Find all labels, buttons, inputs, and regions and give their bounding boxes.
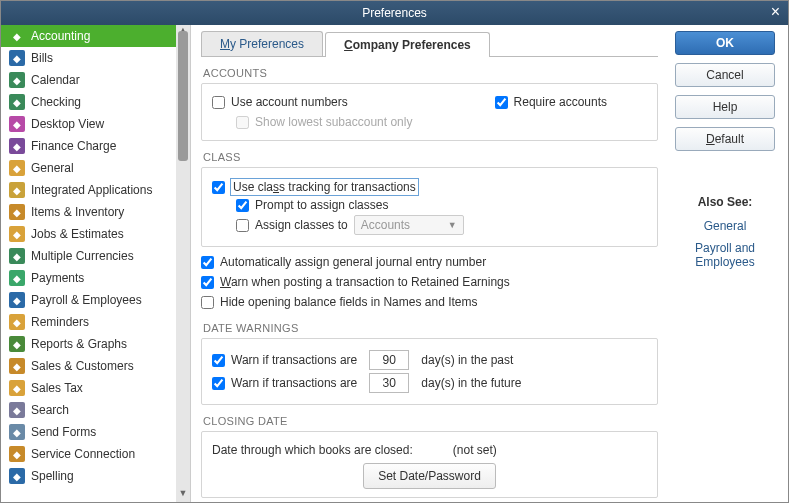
date-warnings-fieldset: Warn if transactions are 90 day(s) in th… [201, 338, 658, 405]
sidebar-item-label: Items & Inventory [31, 205, 124, 219]
sidebar-scrollbar[interactable]: ▲ ▼ [176, 25, 190, 502]
sidebar-item-label: Reports & Graphs [31, 337, 127, 351]
sidebar-item-finance-charge[interactable]: ◆Finance Charge [1, 135, 176, 157]
auto-journal-number-label: Automatically assign general journal ent… [220, 255, 486, 269]
tab-my-preferences[interactable]: My Preferences [201, 31, 323, 56]
prompt-assign-classes-checkbox[interactable] [236, 199, 249, 212]
sidebar-item-label: Accounting [31, 29, 90, 43]
auto-journal-number-checkbox[interactable] [201, 256, 214, 269]
sidebar-item-sales-tax[interactable]: ◆Sales Tax [1, 377, 176, 399]
use-class-tracking-checkbox[interactable] [212, 181, 225, 194]
show-lowest-subaccount-label: Show lowest subaccount only [255, 115, 412, 129]
sidebar-item-label: Send Forms [31, 425, 96, 439]
sidebar-item-label: Calendar [31, 73, 80, 87]
sidebar-icon: ◆ [9, 336, 25, 352]
sidebar-icon: ◆ [9, 182, 25, 198]
also-see-general-link[interactable]: General [672, 219, 778, 233]
sidebar-item-label: Service Connection [31, 447, 135, 461]
sidebar-item-label: Search [31, 403, 69, 417]
assign-classes-to-checkbox[interactable] [236, 219, 249, 232]
sidebar-icon: ◆ [9, 468, 25, 484]
use-account-numbers-label: Use account numbers [231, 95, 348, 109]
warn-future-days-input[interactable]: 30 [369, 373, 409, 393]
sidebar-item-sales-customers[interactable]: ◆Sales & Customers [1, 355, 176, 377]
sidebar-icon: ◆ [9, 402, 25, 418]
sidebar-item-checking[interactable]: ◆Checking [1, 91, 176, 113]
sidebar-icon: ◆ [9, 314, 25, 330]
set-date-password-button[interactable]: Set Date/Password [363, 463, 496, 489]
default-button[interactable]: Default [675, 127, 775, 151]
scroll-down-icon[interactable]: ▼ [176, 488, 190, 502]
closing-date-fieldset: Date through which books are closed: (no… [201, 431, 658, 498]
show-lowest-subaccount-checkbox [236, 116, 249, 129]
warn-past-label-post: day(s) in the past [421, 353, 513, 367]
warn-future-label-pre: Warn if transactions are [231, 376, 357, 390]
sidebar-icon: ◆ [9, 358, 25, 374]
accounts-fieldset: Use account numbers Require accounts Sho… [201, 83, 658, 141]
sidebar-item-label: Integrated Applications [31, 183, 152, 197]
help-button[interactable]: Help [675, 95, 775, 119]
use-account-numbers-checkbox[interactable] [212, 96, 225, 109]
sidebar-item-items-inventory[interactable]: ◆Items & Inventory [1, 201, 176, 223]
sidebar-item-search[interactable]: ◆Search [1, 399, 176, 421]
sidebar-item-integrated-applications[interactable]: ◆Integrated Applications [1, 179, 176, 201]
chevron-down-icon: ▼ [448, 220, 457, 230]
closing-date-value: (not set) [453, 443, 497, 457]
warn-past-checkbox[interactable] [212, 354, 225, 367]
right-column: OK Cancel Help Default Also See: General… [668, 25, 788, 502]
warn-retained-earnings-checkbox[interactable] [201, 276, 214, 289]
sidebar-item-send-forms[interactable]: ◆Send Forms [1, 421, 176, 443]
sidebar-item-label: Multiple Currencies [31, 249, 134, 263]
sidebar-item-payroll-employees[interactable]: ◆Payroll & Employees [1, 289, 176, 311]
sidebar-item-label: Spelling [31, 469, 74, 483]
section-closing-date-label: CLOSING DATE [203, 415, 658, 427]
sidebar-item-reminders[interactable]: ◆Reminders [1, 311, 176, 333]
assign-classes-to-label: Assign classes to [255, 218, 348, 232]
sidebar-item-accounting[interactable]: ◆Accounting [1, 25, 176, 47]
sidebar-item-label: Sales & Customers [31, 359, 134, 373]
sidebar-item-label: Reminders [31, 315, 89, 329]
warn-future-label-post: day(s) in the future [421, 376, 521, 390]
sidebar-item-desktop-view[interactable]: ◆Desktop View [1, 113, 176, 135]
require-accounts-label: Require accounts [514, 95, 607, 109]
sidebar-icon: ◆ [9, 50, 25, 66]
sidebar-item-payments[interactable]: ◆Payments [1, 267, 176, 289]
main-panel: My Preferences Company Preferences ACCOU… [191, 25, 668, 502]
sidebar-item-reports-graphs[interactable]: ◆Reports & Graphs [1, 333, 176, 355]
sidebar-item-jobs-estimates[interactable]: ◆Jobs & Estimates [1, 223, 176, 245]
sidebar-item-calendar[interactable]: ◆Calendar [1, 69, 176, 91]
sidebar-icon: ◆ [9, 248, 25, 264]
sidebar-icon: ◆ [9, 270, 25, 286]
sidebar-item-bills[interactable]: ◆Bills [1, 47, 176, 69]
tab-company-preferences[interactable]: Company Preferences [325, 32, 490, 57]
scroll-thumb[interactable] [178, 31, 188, 161]
sidebar-icon: ◆ [9, 292, 25, 308]
assign-classes-select[interactable]: Accounts ▼ [354, 215, 464, 235]
sidebar-item-label: Bills [31, 51, 53, 65]
sidebar-item-label: Sales Tax [31, 381, 83, 395]
also-see: Also See: General Payroll and Employees [672, 195, 778, 277]
titlebar: Preferences × [1, 1, 788, 25]
sidebar-item-multiple-currencies[interactable]: ◆Multiple Currencies [1, 245, 176, 267]
section-accounts-label: ACCOUNTS [203, 67, 658, 79]
sidebar-item-service-connection[interactable]: ◆Service Connection [1, 443, 176, 465]
cancel-button[interactable]: Cancel [675, 63, 775, 87]
sidebar-item-spelling[interactable]: ◆Spelling [1, 465, 176, 487]
hide-opening-balance-checkbox[interactable] [201, 296, 214, 309]
sidebar-icon: ◆ [9, 226, 25, 242]
sidebar-icon: ◆ [9, 446, 25, 462]
ok-button[interactable]: OK [675, 31, 775, 55]
class-fieldset: Use class tracking for transactions Prom… [201, 167, 658, 247]
sidebar-icon: ◆ [9, 116, 25, 132]
use-class-tracking-label: Use class tracking for transactions [233, 180, 416, 194]
require-accounts-checkbox[interactable] [495, 96, 508, 109]
sidebar-item-label: Checking [31, 95, 81, 109]
close-icon[interactable]: × [771, 3, 780, 21]
also-see-payroll-link[interactable]: Payroll and Employees [672, 241, 778, 269]
section-date-warnings-label: DATE WARNINGS [203, 322, 658, 334]
window-title: Preferences [362, 6, 427, 20]
sidebar-item-general[interactable]: ◆General [1, 157, 176, 179]
warn-past-days-input[interactable]: 90 [369, 350, 409, 370]
sidebar-item-label: General [31, 161, 74, 175]
warn-future-checkbox[interactable] [212, 377, 225, 390]
